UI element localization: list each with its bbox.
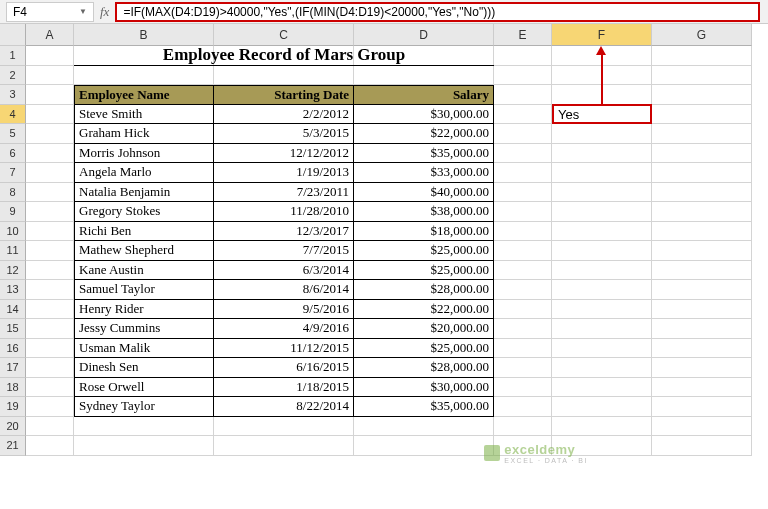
cell-G7[interactable] (652, 163, 752, 183)
row-header-14[interactable]: 14 (0, 300, 26, 320)
cell-E3[interactable] (494, 85, 552, 105)
cell-B18[interactable]: Rose Orwell (74, 378, 214, 398)
cell-E4[interactable] (494, 105, 552, 125)
cell-D7[interactable]: $33,000.00 (354, 163, 494, 183)
row-header-9[interactable]: 9 (0, 202, 26, 222)
cell-C19[interactable]: 8/22/2014 (214, 397, 354, 417)
cell-E16[interactable] (494, 339, 552, 359)
cell-B3[interactable]: Employee Name (74, 85, 214, 105)
cell-D5[interactable]: $22,000.00 (354, 124, 494, 144)
cell-F15[interactable] (552, 319, 652, 339)
cell-D12[interactable]: $25,000.00 (354, 261, 494, 281)
cell-C9[interactable]: 11/28/2010 (214, 202, 354, 222)
cell-C6[interactable]: 12/12/2012 (214, 144, 354, 164)
cell-B8[interactable]: Natalia Benjamin (74, 183, 214, 203)
cell-D10[interactable]: $18,000.00 (354, 222, 494, 242)
row-header-5[interactable]: 5 (0, 124, 26, 144)
cell-G3[interactable] (652, 85, 752, 105)
cell-B4[interactable]: Steve Smith (74, 105, 214, 125)
cell-G1[interactable] (652, 46, 752, 66)
cell-A16[interactable] (26, 339, 74, 359)
row-header-19[interactable]: 19 (0, 397, 26, 417)
cell-G19[interactable] (652, 397, 752, 417)
cell-D14[interactable]: $22,000.00 (354, 300, 494, 320)
cell-D13[interactable]: $28,000.00 (354, 280, 494, 300)
cell-B20[interactable] (74, 417, 214, 437)
cell-A5[interactable] (26, 124, 74, 144)
cell-E11[interactable] (494, 241, 552, 261)
cell-A2[interactable] (26, 66, 74, 86)
row-header-4[interactable]: 4 (0, 105, 26, 125)
cell-B12[interactable]: Kane Austin (74, 261, 214, 281)
row-header-11[interactable]: 11 (0, 241, 26, 261)
cell-C16[interactable]: 11/12/2015 (214, 339, 354, 359)
cell-C14[interactable]: 9/5/2016 (214, 300, 354, 320)
cell-F18[interactable] (552, 378, 652, 398)
cell-E15[interactable] (494, 319, 552, 339)
cell-G20[interactable] (652, 417, 752, 437)
cell-C10[interactable]: 12/3/2017 (214, 222, 354, 242)
formula-bar[interactable]: =IF(MAX(D4:D19)>40000,"Yes",(IF(MIN(D4:D… (115, 2, 760, 22)
cell-D2[interactable] (354, 66, 494, 86)
cell-C17[interactable]: 6/16/2015 (214, 358, 354, 378)
cell-E10[interactable] (494, 222, 552, 242)
cell-F10[interactable] (552, 222, 652, 242)
cell-A11[interactable] (26, 241, 74, 261)
cell-C12[interactable]: 6/3/2014 (214, 261, 354, 281)
chevron-down-icon[interactable]: ▼ (79, 7, 87, 16)
cell-F9[interactable] (552, 202, 652, 222)
column-header-a[interactable]: A (26, 24, 74, 46)
cell-C8[interactable]: 7/23/2011 (214, 183, 354, 203)
row-header-18[interactable]: 18 (0, 378, 26, 398)
row-header-13[interactable]: 13 (0, 280, 26, 300)
cell-B7[interactable]: Angela Marlo (74, 163, 214, 183)
cell-G9[interactable] (652, 202, 752, 222)
cell-F12[interactable] (552, 261, 652, 281)
cell-C4[interactable]: 2/2/2012 (214, 105, 354, 125)
cell-F6[interactable] (552, 144, 652, 164)
cell-A4[interactable] (26, 105, 74, 125)
row-header-10[interactable]: 10 (0, 222, 26, 242)
cell-E7[interactable] (494, 163, 552, 183)
cell-C21[interactable] (214, 436, 354, 456)
row-header-21[interactable]: 21 (0, 436, 26, 456)
cell-B17[interactable]: Dinesh Sen (74, 358, 214, 378)
cell-A8[interactable] (26, 183, 74, 203)
cell-B16[interactable]: Usman Malik (74, 339, 214, 359)
cell-B21[interactable] (74, 436, 214, 456)
cell-B11[interactable]: Mathew Shepherd (74, 241, 214, 261)
cell-D17[interactable]: $28,000.00 (354, 358, 494, 378)
cell-E6[interactable] (494, 144, 552, 164)
cell-G5[interactable] (652, 124, 752, 144)
column-header-e[interactable]: E (494, 24, 552, 46)
cell-G6[interactable] (652, 144, 752, 164)
row-header-7[interactable]: 7 (0, 163, 26, 183)
column-header-d[interactable]: D (354, 24, 494, 46)
cell-F11[interactable] (552, 241, 652, 261)
cell-A21[interactable] (26, 436, 74, 456)
cell-G12[interactable] (652, 261, 752, 281)
row-header-3[interactable]: 3 (0, 85, 26, 105)
cell-G8[interactable] (652, 183, 752, 203)
row-header-16[interactable]: 16 (0, 339, 26, 359)
cell-A18[interactable] (26, 378, 74, 398)
cell-A7[interactable] (26, 163, 74, 183)
cell-B9[interactable]: Gregory Stokes (74, 202, 214, 222)
cell-C3[interactable]: Starting Date (214, 85, 354, 105)
cell-C18[interactable]: 1/18/2015 (214, 378, 354, 398)
cell-D6[interactable]: $35,000.00 (354, 144, 494, 164)
cell-G21[interactable] (652, 436, 752, 456)
cell-B19[interactable]: Sydney Taylor (74, 397, 214, 417)
cell-E20[interactable] (494, 417, 552, 437)
cell-D11[interactable]: $25,000.00 (354, 241, 494, 261)
name-box[interactable]: F4 ▼ (6, 2, 94, 22)
cell-A1[interactable] (26, 46, 74, 66)
cell-A15[interactable] (26, 319, 74, 339)
cell-F13[interactable] (552, 280, 652, 300)
cell-E14[interactable] (494, 300, 552, 320)
cell-D8[interactable]: $40,000.00 (354, 183, 494, 203)
row-header-2[interactable]: 2 (0, 66, 26, 86)
cell-A17[interactable] (26, 358, 74, 378)
cell-D3[interactable]: Salary (354, 85, 494, 105)
cell-B14[interactable]: Henry Rider (74, 300, 214, 320)
